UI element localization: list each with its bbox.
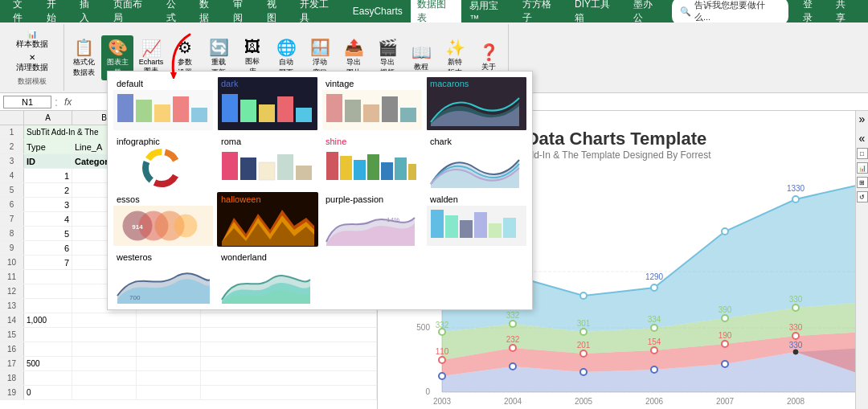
collapse-btn[interactable]: « <box>859 132 866 145</box>
svg-rect-93 <box>326 152 338 180</box>
cell[interactable] <box>72 313 137 327</box>
cell[interactable] <box>201 357 377 370</box>
svg-rect-92 <box>296 166 312 180</box>
row-num: 4 <box>0 169 24 182</box>
svg-text:2004: 2004 <box>504 397 522 406</box>
export-video-icon: 🎬 <box>378 38 398 57</box>
right-btn-1[interactable]: □ <box>857 148 868 159</box>
row-num: 2 <box>0 140 24 153</box>
svg-point-59 <box>722 341 728 347</box>
row-num: 5 <box>0 183 24 197</box>
cell[interactable]: 4 <box>24 212 72 226</box>
cell[interactable]: 3 <box>24 198 72 211</box>
cell[interactable] <box>72 328 137 342</box>
theme-item-wonderland[interactable]: wonderland <box>217 250 318 305</box>
sample-data-btn[interactable]: 📊 样本数据 <box>11 28 53 51</box>
cell[interactable]: Type <box>24 140 72 153</box>
cell[interactable] <box>201 386 377 399</box>
row-num: 13 <box>0 299 24 313</box>
about-btn[interactable]: ❓ 关于 <box>473 41 505 74</box>
table-row: 15 <box>0 328 377 342</box>
table-row: 14 1,000 <box>0 313 377 328</box>
tutorial-btn[interactable]: 📖 教程 <box>405 41 437 74</box>
theme-item-westeros[interactable]: westeros 700 <box>113 250 214 305</box>
cell[interactable] <box>137 342 201 356</box>
svg-text:201: 201 <box>577 341 591 350</box>
cell[interactable] <box>201 328 377 342</box>
format-table-btn[interactable]: 📋 格式化数据表 <box>68 36 100 80</box>
cell[interactable] <box>201 342 377 356</box>
svg-rect-72 <box>173 96 189 122</box>
menu-item-easyuse[interactable]: 易用宝™ <box>463 0 514 26</box>
col-header-a: A <box>24 111 72 125</box>
cell[interactable]: 5 <box>24 227 72 240</box>
cell[interactable]: 0 <box>24 386 72 399</box>
theme-item-roma[interactable]: roma <box>217 134 318 189</box>
right-btn-3[interactable]: ⊞ <box>857 177 868 188</box>
svg-point-51 <box>580 329 587 335</box>
svg-point-65 <box>722 361 728 367</box>
cell[interactable] <box>137 386 201 399</box>
menu-item-easycharts[interactable]: EasyCharts <box>346 4 409 18</box>
cell[interactable]: 500 <box>24 357 72 370</box>
svg-rect-71 <box>154 104 170 122</box>
svg-point-61 <box>439 373 445 379</box>
cell[interactable] <box>24 284 72 298</box>
search-bar[interactable]: 🔍 告诉我您想要做什么... <box>672 0 788 25</box>
cell[interactable]: 1,000 <box>24 313 72 327</box>
right-btn-4[interactable]: ↺ <box>857 191 868 202</box>
cell[interactable] <box>72 357 137 370</box>
row-num: 6 <box>0 198 24 211</box>
right-btn-2[interactable]: 📊 <box>857 162 868 174</box>
theme-item-walden[interactable]: walden <box>426 192 527 247</box>
cell[interactable] <box>24 270 72 284</box>
theme-item-halloween[interactable]: halloween <box>217 192 318 247</box>
cell[interactable] <box>72 342 137 356</box>
cell[interactable]: ID <box>24 154 72 168</box>
cell[interactable] <box>137 357 201 370</box>
theme-item-essos[interactable]: essos 914 <box>113 192 214 247</box>
cell[interactable]: 1 <box>24 169 72 182</box>
cell[interactable] <box>137 313 201 327</box>
theme-label-westeros: westeros <box>113 251 213 264</box>
cell[interactable] <box>201 371 377 385</box>
cell[interactable]: 7 <box>24 256 72 269</box>
cell[interactable] <box>201 313 377 327</box>
cell[interactable] <box>72 386 137 399</box>
row-num: 18 <box>0 371 24 385</box>
name-box[interactable] <box>3 96 51 108</box>
theme-preview-infographic <box>113 148 213 188</box>
svg-point-52 <box>651 325 657 331</box>
cell[interactable] <box>24 342 72 356</box>
expand-btn[interactable]: » <box>859 112 866 125</box>
svg-rect-73 <box>191 108 207 122</box>
cell[interactable] <box>137 328 201 342</box>
cell[interactable]: 6 <box>24 241 72 255</box>
clean-data-btn[interactable]: ✕ 清理数据 <box>11 51 53 75</box>
cell[interactable] <box>24 371 72 385</box>
svg-rect-112 <box>474 212 487 238</box>
theme-item-dark[interactable]: dark <box>217 76 318 131</box>
theme-item-infographic[interactable]: infographic <box>113 134 214 189</box>
svg-point-103 <box>174 215 197 237</box>
group-label-template: 数据模板 <box>18 76 47 87</box>
ribbon-group-template: 📊 样本数据 ✕ 清理数据 数据模板 <box>0 24 64 91</box>
theme-preview-macarons <box>427 90 526 130</box>
theme-item-vintage[interactable]: vintage <box>321 76 423 131</box>
theme-item-chark[interactable]: chark <box>426 134 527 189</box>
cell[interactable]: 2 <box>24 183 72 197</box>
cell[interactable] <box>72 371 137 385</box>
row-num: 12 <box>0 284 24 298</box>
cell[interactable] <box>24 328 72 342</box>
theme-item-macarons[interactable]: macarons <box>426 76 527 131</box>
theme-item-default[interactable]: default <box>113 76 214 131</box>
svg-text:154: 154 <box>648 337 661 346</box>
cell[interactable] <box>24 299 72 313</box>
row-num: 14 <box>0 313 24 327</box>
theme-item-shine[interactable]: shine <box>321 134 423 189</box>
svg-rect-78 <box>296 108 312 122</box>
svg-point-57 <box>580 350 587 357</box>
svg-rect-90 <box>259 162 275 180</box>
theme-item-purple-passion[interactable]: purple-passion 14% <box>321 192 423 247</box>
cell[interactable] <box>137 371 201 385</box>
